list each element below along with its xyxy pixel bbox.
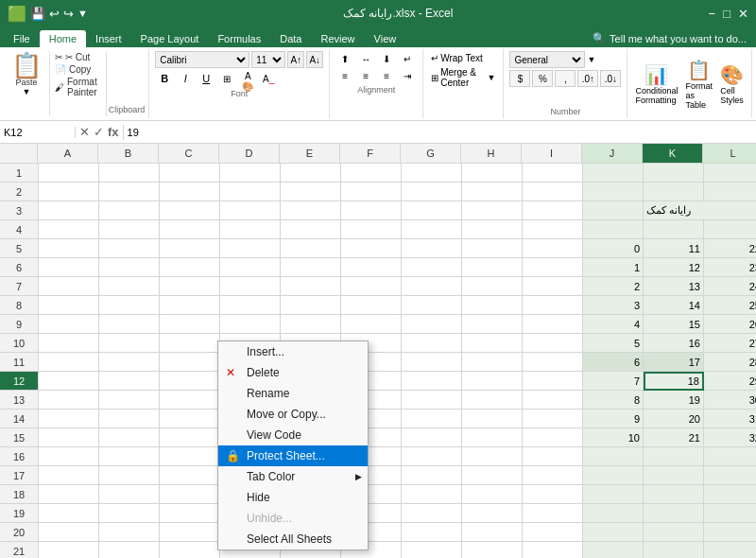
paste-button[interactable]: 📋 Paste ▼ <box>8 51 50 116</box>
cell-B8[interactable] <box>99 296 160 315</box>
col-header-j[interactable]: J <box>582 144 643 163</box>
cell-B9[interactable] <box>99 315 160 334</box>
decrease-decimal-button[interactable]: .0↓ <box>600 70 621 87</box>
paste-dropdown-icon[interactable]: ▼ <box>23 87 31 96</box>
cell-F1[interactable] <box>341 164 402 183</box>
row-header-20[interactable]: 20 <box>0 523 38 542</box>
cell-L17[interactable] <box>704 466 756 485</box>
align-bottom-button[interactable]: ⬇ <box>377 51 396 66</box>
cell-C7[interactable] <box>160 277 220 296</box>
cell-L1[interactable] <box>704 164 756 183</box>
ctx-delete[interactable]: ✕ Delete <box>218 362 368 383</box>
cell-I18[interactable] <box>523 485 583 504</box>
cell-H16[interactable] <box>462 447 523 466</box>
cell-B3[interactable] <box>99 201 160 220</box>
row-header-3[interactable]: 3 <box>0 201 38 220</box>
col-header-g[interactable]: G <box>401 144 461 163</box>
cell-B16[interactable] <box>99 447 160 466</box>
cell-B1[interactable] <box>99 164 160 183</box>
format-painter-button[interactable]: 🖌 Format Painter <box>52 76 100 98</box>
cell-H11[interactable] <box>462 353 523 372</box>
cell-B6[interactable] <box>99 258 160 277</box>
quick-access-undo[interactable]: ↩ <box>49 7 60 21</box>
cell-G2[interactable] <box>402 183 462 201</box>
cell-J16[interactable] <box>583 447 644 466</box>
cell-L10[interactable]: 27 <box>704 334 756 353</box>
currency-button[interactable]: $ <box>509 70 530 87</box>
name-box[interactable]: K12 <box>0 127 76 138</box>
cell-E7[interactable] <box>281 277 341 296</box>
row-header-14[interactable]: 14 <box>0 410 38 428</box>
cell-F3[interactable] <box>341 201 402 220</box>
cell-I5[interactable] <box>523 239 583 258</box>
cell-G12[interactable] <box>402 372 462 391</box>
cell-D1[interactable] <box>220 164 281 183</box>
cell-C10[interactable] <box>160 334 220 353</box>
cell-G9[interactable] <box>402 315 462 334</box>
cell-J11[interactable]: 6 <box>583 353 644 372</box>
cell-H1[interactable] <box>462 164 523 183</box>
col-header-l[interactable]: L <box>703 144 756 163</box>
cell-D4[interactable] <box>220 220 281 239</box>
cell-A15[interactable] <box>39 428 99 447</box>
cell-I1[interactable] <box>523 164 583 183</box>
cell-H9[interactable] <box>462 315 523 334</box>
cell-H19[interactable] <box>462 504 523 523</box>
cell-H17[interactable] <box>462 466 523 485</box>
cell-C20[interactable] <box>160 523 220 542</box>
italic-button[interactable]: I <box>176 70 195 87</box>
minimize-btn[interactable]: − <box>709 7 716 21</box>
cell-I9[interactable] <box>523 315 583 334</box>
cell-I10[interactable] <box>523 334 583 353</box>
cut-button[interactable]: ✂ ✂ Cut <box>52 51 100 63</box>
cell-H7[interactable] <box>462 277 523 296</box>
cell-C21[interactable] <box>160 542 220 558</box>
cell-I4[interactable] <box>523 220 583 239</box>
tab-formulas[interactable]: Formulas <box>208 30 270 47</box>
cell-G11[interactable] <box>402 353 462 372</box>
cell-F7[interactable] <box>341 277 402 296</box>
cell-E9[interactable] <box>281 315 341 334</box>
cell-K6[interactable]: 12 <box>644 258 704 277</box>
cell-L12[interactable]: 29 <box>704 372 756 391</box>
cell-A11[interactable] <box>39 353 99 372</box>
ctx-insert[interactable]: Insert... <box>218 341 368 362</box>
cell-G10[interactable] <box>402 334 462 353</box>
row-header-9[interactable]: 9 <box>0 315 38 334</box>
cell-K3[interactable]: رایانه کمک <box>644 201 756 220</box>
confirm-formula-icon[interactable]: ✓ <box>94 125 104 139</box>
cell-C9[interactable] <box>160 315 220 334</box>
ctx-move-copy[interactable]: Move or Copy... <box>218 404 368 425</box>
cell-K11[interactable]: 17 <box>644 353 704 372</box>
ctx-tab-color[interactable]: Tab Color <box>218 466 368 487</box>
row-header-2[interactable]: 2 <box>0 183 38 201</box>
row-header-11[interactable]: 11 <box>0 353 38 372</box>
cell-A4[interactable] <box>39 220 99 239</box>
close-btn[interactable]: ✕ <box>738 7 748 21</box>
quick-access-redo[interactable]: ↪ <box>63 7 74 21</box>
underline-button[interactable]: U <box>197 70 215 87</box>
col-header-e[interactable]: E <box>280 144 340 163</box>
cell-J20[interactable] <box>583 523 644 542</box>
number-format-select[interactable]: General <box>509 51 585 68</box>
cell-D8[interactable] <box>220 296 281 315</box>
cell-K19[interactable] <box>644 504 704 523</box>
cell-C16[interactable] <box>160 447 220 466</box>
cell-J3[interactable] <box>583 201 644 220</box>
cell-D9[interactable] <box>220 315 281 334</box>
cell-J2[interactable] <box>583 183 644 201</box>
cell-D5[interactable] <box>220 239 281 258</box>
fill-color-button[interactable]: A🎨 <box>238 70 257 87</box>
cell-I6[interactable] <box>523 258 583 277</box>
align-center-button[interactable]: ≡ <box>356 68 375 83</box>
cell-I8[interactable] <box>523 296 583 315</box>
cell-A16[interactable] <box>39 447 99 466</box>
cell-G18[interactable] <box>402 485 462 504</box>
font-name-select[interactable]: Calibri <box>155 51 249 68</box>
copy-button[interactable]: 📄 Copy <box>52 63 100 76</box>
cell-L4[interactable] <box>704 220 756 239</box>
cell-I21[interactable] <box>523 542 583 558</box>
cell-J18[interactable] <box>583 485 644 504</box>
col-header-f[interactable]: F <box>340 144 401 163</box>
col-header-b[interactable]: B <box>98 144 159 163</box>
